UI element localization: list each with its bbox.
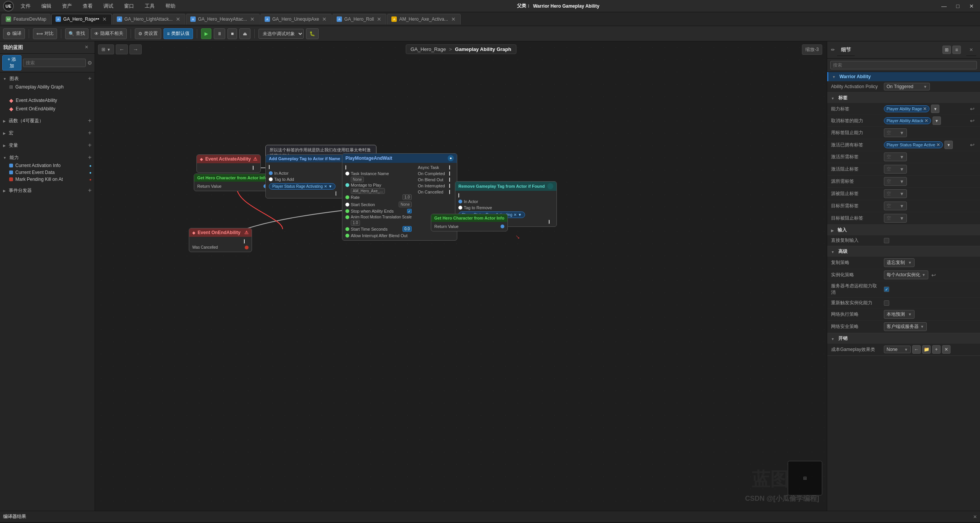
direct-copy-checkbox[interactable] [884, 238, 889, 243]
graphs-section-header[interactable]: 图表 + [0, 74, 95, 83]
abilities-section-header[interactable]: 能力 + [0, 153, 95, 162]
target-blocked-dropdown[interactable]: 空 ▼ [884, 214, 907, 223]
net-security-dropdown[interactable]: 客户端或服务器 ▼ [884, 322, 927, 331]
costs-section-header[interactable]: 开销 [827, 333, 980, 344]
advanced-section-header[interactable]: 高级 [827, 246, 980, 257]
instancing-policy-dropdown[interactable]: 每个Actor实例化 ▼ [884, 271, 928, 279]
debug-object-select[interactable]: 未选中调试对象 [258, 29, 304, 39]
instancing-policy-reset[interactable]: ↩ [930, 272, 937, 278]
current-event-data-item[interactable]: Current Event Data ● [0, 169, 95, 176]
viewport-select[interactable]: ⊞ ▼ [98, 44, 114, 54]
menu-view[interactable]: 查看 [80, 1, 95, 11]
block-tags-dropdown[interactable]: 空 ▼ [884, 128, 907, 137]
retrigger-instance-checkbox[interactable] [884, 300, 889, 306]
tab-close-roll[interactable]: ✕ [376, 16, 382, 22]
menu-debug[interactable]: 调试 [101, 1, 116, 11]
ability-tags-reset[interactable]: ↩ [969, 106, 976, 112]
details-close-button[interactable]: ✕ [966, 44, 976, 56]
eject-button[interactable]: ⏏ [239, 28, 250, 39]
menu-help[interactable]: 帮助 [163, 1, 178, 11]
menu-window[interactable]: 窗口 [122, 1, 136, 11]
cancel-tags-dropdown-btn[interactable]: ▼ [933, 116, 941, 125]
tab-close-am-heroaxe[interactable]: ✕ [450, 16, 456, 22]
class-defaults-button[interactable]: ≡ 类默认值 [164, 28, 193, 39]
compile-button[interactable]: ⚙ 编译 [3, 28, 25, 39]
tag-rage-remove[interactable]: ✕ [923, 106, 927, 111]
costs-add-button[interactable]: + [932, 345, 941, 354]
tag-player-status-rage[interactable]: Player Status Rage Active ✕ [884, 141, 943, 148]
input-section-header[interactable]: 输入 [827, 225, 980, 235]
blueprint-settings-button[interactable]: ⚙ [87, 60, 92, 66]
event-activate-ability-item[interactable]: ◆ Event ActivateAbility [0, 96, 95, 105]
event-dispatchers-add-button[interactable]: + [88, 187, 92, 194]
functions-section-header[interactable]: 函数（4可覆盖） + [0, 116, 95, 125]
tab-ga-rage[interactable]: A GA_Hero_Rage•• ✕ [51, 14, 112, 25]
canvas-area[interactable]: ⊞ ▼ ← → GA_Hero_Rage > Gameplay Ability … [95, 41, 827, 511]
minimap[interactable]: ⊞ [788, 461, 822, 495]
activate-required-dropdown[interactable]: 空 ▼ [884, 152, 907, 161]
functions-add-button[interactable]: + [88, 117, 92, 124]
maximize-button[interactable]: □ [952, 2, 963, 10]
source-required-dropdown[interactable]: 空 ▼ [884, 177, 907, 186]
details-grid-button[interactable]: ⊞ [942, 46, 951, 54]
menu-tools[interactable]: 工具 [142, 1, 157, 11]
event-onend-ability-item[interactable]: ◆ Event OnEndAbility [0, 105, 95, 113]
cancel-tags-reset[interactable]: ↩ [969, 118, 976, 124]
event-dispatchers-section-header[interactable]: 事件分发器 + [0, 186, 95, 195]
tag-remove-dropdown[interactable]: ▼ [518, 213, 522, 217]
node-get-hero-char-2[interactable]: Get Hero Character from Actor Info Retur… [431, 214, 508, 231]
variables-add-button[interactable]: + [88, 142, 92, 149]
ability-tags-dropdown-btn[interactable]: ▼ [931, 105, 939, 113]
activate-owned-dropdown-btn[interactable]: ▼ [944, 141, 953, 149]
tab-ga-lightattack[interactable]: A GA_Hero_LightAttack... ✕ [113, 14, 185, 25]
graphs-add-button[interactable]: + [88, 75, 92, 82]
macros-add-button[interactable]: + [88, 130, 92, 136]
nav-back-button[interactable]: ← [116, 44, 128, 54]
tag-player-ability-rage[interactable]: Player Ability Rage ✕ [884, 105, 929, 112]
net-execution-dropdown[interactable]: 本地预测 ▼ [884, 310, 915, 319]
costs-browse-button[interactable]: 📁 [922, 345, 931, 354]
pause-button[interactable]: ⏸ [214, 28, 225, 39]
mark-pending-kill-item[interactable]: Mark Pending Kill on At ● [0, 176, 95, 183]
minimize-button[interactable]: — [939, 2, 949, 10]
costs-arrow-left[interactable]: ← [912, 345, 921, 354]
ability-activation-policy-dropdown[interactable]: On Triggered ▼ [884, 83, 930, 90]
variables-section-header[interactable]: 变量 + [0, 141, 95, 150]
activate-owned-reset[interactable]: ↩ [969, 142, 976, 148]
menu-asset[interactable]: 资产 [60, 1, 74, 11]
server-cancel-checkbox[interactable] [884, 287, 889, 292]
add-blueprint-button[interactable]: + 添加 [2, 55, 21, 70]
macros-section-header[interactable]: 宏 + [0, 128, 95, 138]
menu-file[interactable]: 文件 [18, 1, 33, 11]
costs-gameplay-dropdown[interactable]: None ▼ [884, 346, 911, 353]
tag-value-add[interactable]: Player Status Rage Activating ✕ ▼ [266, 182, 343, 190]
tab-close-heavyattack[interactable]: ✕ [249, 16, 255, 22]
tab-featuredev[interactable]: M FeatureDevMap [2, 14, 51, 25]
abilities-add-button[interactable]: + [88, 154, 92, 161]
replication-policy-dropdown[interactable]: 遗忘复制 ▼ [884, 258, 915, 267]
details-list-button[interactable]: ≡ [952, 46, 961, 54]
tab-close-ga-rage[interactable]: ✕ [101, 16, 108, 22]
tab-am-heroaxe[interactable]: A AM_Hero_Axe_Activa... ✕ [387, 14, 460, 25]
tag-pill-activating[interactable]: Player Status Rage Activating ✕ ▼ [269, 183, 335, 190]
warrior-ability-section-header[interactable]: Warrior Ability [827, 72, 980, 81]
tab-close-unequipaxe[interactable]: ✕ [321, 16, 327, 22]
blueprint-search-input[interactable] [23, 59, 86, 67]
class-settings-button[interactable]: ⚙ 类设置 [135, 28, 161, 39]
breadcrumb-root[interactable]: GA_Hero_Rage [411, 46, 446, 52]
diff-button[interactable]: ⟺ 对比 [33, 28, 57, 39]
gameplay-ability-graph-item[interactable]: ⊞ Gameplay Ability Graph [0, 83, 95, 91]
node-event-activate[interactable]: ◆ Event ActivateAbility ⚠ [196, 154, 261, 173]
checkbox-stop[interactable]: ✓ [407, 209, 412, 213]
left-panel-close[interactable]: ✕ [82, 41, 92, 54]
menu-edit[interactable]: 编辑 [39, 1, 54, 11]
tags-section-header[interactable]: 标签 [827, 93, 980, 103]
node-event-onend[interactable]: ◆ Event OnEndAbility ⚠ Was Cancelled [189, 228, 252, 252]
source-blocked-dropdown[interactable]: 空 ▼ [884, 189, 907, 198]
debug-icon-button[interactable]: 🐛 [306, 28, 319, 39]
current-activation-info-item[interactable]: Current Activation Info ● [0, 162, 95, 169]
tag-player-ability-attack[interactable]: Player Ability Attack ✕ [884, 117, 931, 124]
nav-forward-button[interactable]: → [129, 44, 142, 54]
target-required-dropdown[interactable]: 空 ▼ [884, 202, 907, 210]
hide-irrelevant-button[interactable]: 👁 隐藏不相关 [91, 28, 127, 39]
